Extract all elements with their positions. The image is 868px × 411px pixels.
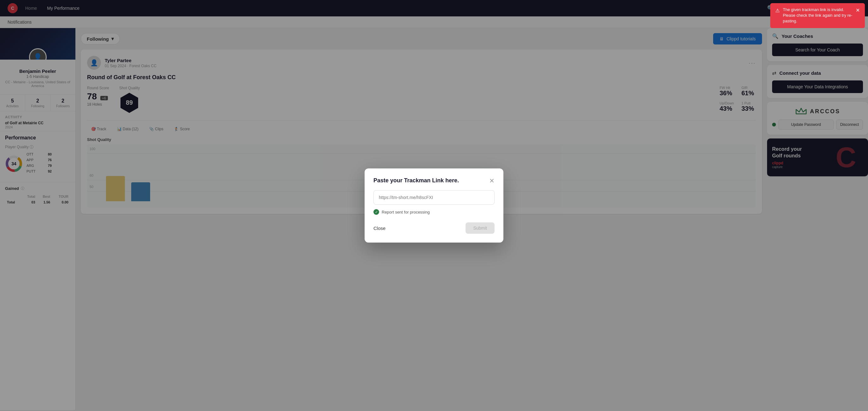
modal-close-x-button[interactable]: ✕ [489,178,495,184]
modal-header: Paste your Trackman Link here. ✕ [373,177,495,184]
success-text: Report sent for processing [382,210,430,215]
modal-success-message: ✓ Report sent for processing [373,209,495,215]
modal-title: Paste your Trackman Link here. [373,177,459,184]
modal-close-button[interactable]: Close [373,225,385,231]
trackman-link-input[interactable] [373,190,495,205]
modal-submit-button[interactable]: Submit [466,222,495,234]
modal-footer: Close Submit [373,222,495,234]
error-toast: ⚠ The given trackman link is invalid. Pl… [770,3,865,28]
modal-overlay[interactable]: Paste your Trackman Link here. ✕ ✓ Repor… [0,0,868,411]
success-check-icon: ✓ [373,209,379,215]
toast-message: The given trackman link is invalid. Plea… [783,7,852,24]
trackman-modal: Paste your Trackman Link here. ✕ ✓ Repor… [365,168,503,243]
toast-close-button[interactable]: ✕ [856,7,860,14]
warning-icon: ⚠ [775,7,780,14]
